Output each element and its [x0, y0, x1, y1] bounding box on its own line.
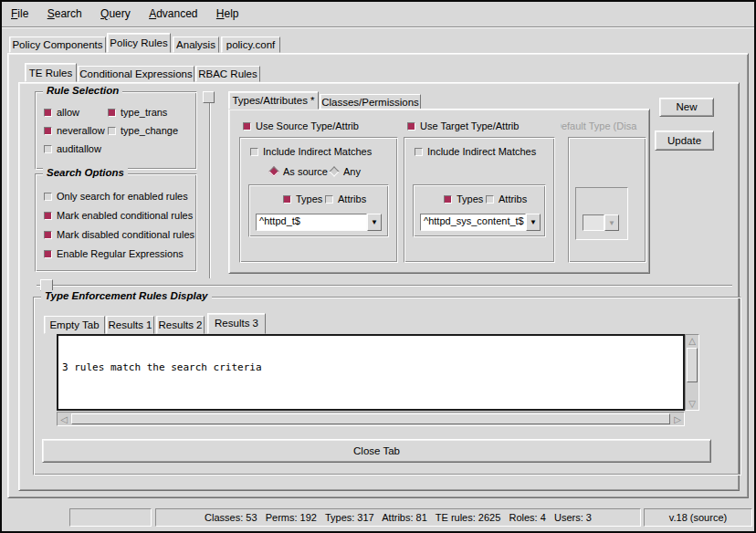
scroll-left-icon[interactable]: ◁: [58, 413, 70, 425]
tab-results-3[interactable]: Results 3: [207, 313, 266, 334]
checkbox-label: Mark disabled conditional rules: [57, 229, 194, 240]
radio-indicator: [329, 166, 339, 176]
tab-te-rules[interactable]: TE Rules: [25, 63, 77, 82]
checkbox-indicator: [44, 145, 52, 153]
vertical-scrollbar[interactable]: △ ▽: [685, 334, 699, 411]
checkbox-source-types[interactable]: Types: [283, 193, 322, 204]
radio-label: As source: [283, 166, 328, 177]
checkbox-target-attribs[interactable]: Attribs: [486, 193, 527, 204]
radio-indicator: [268, 166, 278, 176]
tab-conditional-expressions[interactable]: Conditional Expressions: [78, 66, 194, 82]
checkbox-indicator: [325, 195, 333, 204]
vertical-sash-line: [209, 91, 211, 278]
tab-results-2[interactable]: Results 2: [156, 316, 205, 334]
scroll-down-icon[interactable]: ▽: [686, 398, 698, 410]
checkbox-only-enabled[interactable]: Only search for enabled rules: [44, 191, 188, 202]
menu-bar: File Search Query Advanced Help: [2, 2, 754, 27]
chevron-down-icon[interactable]: ▼: [367, 214, 382, 231]
tab-classes-permissions[interactable]: Classes/Permissions: [320, 94, 421, 110]
checkbox-mark-enabled[interactable]: Mark enabled conditional rules: [44, 210, 193, 221]
rule-selection-frame: Rule Selection allow neverallow auditall…: [35, 91, 197, 170]
tab-results-1[interactable]: Results 1: [106, 316, 154, 334]
checkbox-label: Enable Regular Expressions: [57, 248, 184, 259]
scroll-right-icon[interactable]: ▷: [671, 413, 684, 425]
checkbox-source-attribs[interactable]: Attribs: [325, 193, 366, 204]
checkbox-use-target[interactable]: Use Target Type/Attrib: [407, 120, 519, 131]
source-frame: Include Indirect Matches As source Any T…: [239, 137, 398, 263]
checkbox-label: Mark enabled conditional rules: [57, 210, 193, 221]
checkbox-indicator: [44, 193, 52, 201]
vertical-sash-handle[interactable]: [203, 91, 215, 103]
checkbox-label: type_change: [121, 125, 178, 136]
checkbox-source-indirect[interactable]: Include Indirect Matches: [250, 146, 372, 157]
target-types-attribs-frame: Types Attribs ^httpd_sys_content_t$ ▼: [413, 184, 546, 237]
checkbox-indicator: [486, 195, 494, 204]
checkbox-indicator: [250, 148, 258, 156]
menu-file[interactable]: File: [11, 2, 28, 26]
update-button[interactable]: Update: [655, 131, 714, 151]
checkbox-indicator: [44, 212, 52, 220]
checkbox-label: Use Source Type/Attrib: [256, 120, 359, 131]
checkbox-mark-disabled[interactable]: Mark disabled conditional rules: [44, 229, 194, 240]
checkbox-indicator: [243, 122, 251, 131]
tab-policy-conf[interactable]: policy.conf: [221, 37, 280, 53]
tab-policy-components[interactable]: Policy Components: [9, 37, 106, 53]
new-button[interactable]: New: [659, 98, 714, 117]
tab-analysis[interactable]: Analysis: [173, 37, 219, 53]
checkbox-type-change[interactable]: type_change: [108, 125, 178, 136]
default-type-input: [583, 214, 604, 231]
tab-types-attributes[interactable]: Types/Attributes *: [228, 91, 319, 110]
checkbox-type-trans[interactable]: type_trans: [108, 107, 167, 118]
default-type-label: Default Type (Disa: [561, 120, 647, 133]
checkbox-use-source[interactable]: Use Source Type/Attrib: [243, 120, 359, 131]
default-type-frame: ▼: [568, 137, 646, 263]
source-type-input[interactable]: ^httpd_t$: [256, 214, 367, 231]
blank-line: [62, 397, 679, 409]
default-type-inner-frame: ▼: [575, 187, 628, 240]
target-type-input[interactable]: ^httpd_sys_content_t$: [420, 214, 526, 231]
checkbox-label: Include Indirect Matches: [427, 146, 536, 157]
menu-advanced[interactable]: Advanced: [149, 2, 197, 26]
menu-search[interactable]: Search: [47, 2, 82, 26]
horizontal-sash-line: [37, 285, 732, 287]
results-header: 3 rules match the search criteria: [62, 361, 679, 373]
tab-policy-rules[interactable]: Policy Rules: [107, 33, 171, 53]
tab-rbac-rules[interactable]: RBAC Rules: [195, 66, 260, 82]
checkbox-label: Use Target Type/Attrib: [420, 120, 519, 131]
apol-window: File Search Query Advanced Help Policy C…: [0, 0, 756, 533]
checkbox-allow[interactable]: allow: [44, 107, 79, 118]
close-tab-button[interactable]: Close Tab: [42, 439, 711, 463]
policy-rules-page: TE Rules Conditional Expressions RBAC Ru…: [7, 53, 749, 498]
checkbox-indicator: [44, 127, 52, 135]
menu-query[interactable]: Query: [100, 2, 131, 26]
tab-empty-tab[interactable]: Empty Tab: [44, 316, 105, 334]
menu-help[interactable]: Help: [216, 2, 239, 26]
search-options-frame: Search Options Only search for enabled r…: [35, 173, 197, 272]
te-display-title: Type Enforcement Rules Display: [41, 290, 212, 301]
checkbox-auditallow[interactable]: auditallow: [44, 143, 101, 154]
checkbox-indicator: [407, 122, 415, 131]
scroll-up-icon[interactable]: △: [686, 335, 698, 347]
checkbox-neverallow[interactable]: neverallow: [44, 125, 105, 136]
source-types-attribs-frame: Types Attribs ^httpd_t$ ▼: [248, 184, 389, 237]
checkbox-label: auditallow: [57, 143, 101, 154]
types-attributes-page: Use Source Type/Attrib Include Indirect …: [228, 109, 650, 274]
te-rules-page: Rule Selection allow neverallow auditall…: [18, 82, 740, 491]
rule-selection-title: Rule Selection: [43, 85, 122, 96]
target-frame: Include Indirect Matches Types Attribs ^…: [404, 137, 555, 263]
checkbox-target-indirect[interactable]: Include Indirect Matches: [415, 146, 536, 157]
horizontal-scrollbar[interactable]: ◁ ▷: [57, 412, 685, 426]
checkbox-target-types[interactable]: Types: [444, 193, 483, 204]
results-text[interactable]: 3 rules match the search criteria (5822)…: [57, 334, 685, 411]
vertical-scroll-thumb[interactable]: [687, 348, 698, 382]
checkbox-indicator: [108, 109, 116, 117]
checkbox-indicator: [44, 109, 52, 117]
chevron-down-icon[interactable]: ▼: [526, 214, 541, 231]
horizontal-scroll-thumb[interactable]: [71, 413, 670, 424]
checkbox-regex[interactable]: Enable Regular Expressions: [44, 248, 184, 259]
radio-any[interactable]: Any: [331, 166, 361, 177]
checkbox-label: Types: [457, 193, 483, 204]
radio-as-source[interactable]: As source: [270, 166, 328, 177]
chevron-down-icon: ▼: [604, 214, 619, 231]
checkbox-indicator: [415, 148, 423, 156]
